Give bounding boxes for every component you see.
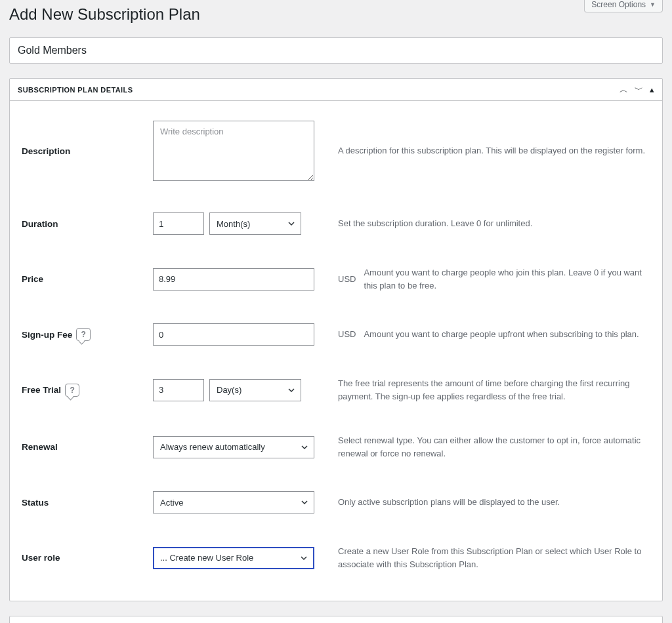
signup-fee-input[interactable]: [153, 323, 314, 346]
chevron-down-icon: [287, 220, 295, 228]
user-role-select[interactable]: ... Create new User Role: [153, 547, 314, 569]
renewal-value: Always renew automatically: [160, 442, 265, 452]
free-trial-label: Free Trial: [22, 385, 61, 395]
help-icon[interactable]: ?: [76, 328, 91, 341]
status-hint: Only active subscription plans will be d…: [338, 496, 560, 509]
duration-unit-value: Month(s): [217, 219, 250, 229]
user-role-label: User role: [22, 553, 153, 563]
price-currency: USD: [338, 273, 356, 286]
move-up-icon[interactable]: ︿: [620, 85, 628, 94]
details-panel: SUBSCRIPTION PLAN DETAILS ︿ ﹀ ▴ Descript…: [9, 78, 663, 601]
page-title: Add New Subscription Plan: [9, 4, 200, 24]
panel-handle-actions: ︿ ﹀ ▴: [620, 85, 654, 94]
free-trial-unit-select[interactable]: Day(s): [209, 379, 301, 401]
signup-fee-currency: USD: [338, 328, 356, 341]
price-label: Price: [22, 274, 153, 284]
move-down-icon[interactable]: ﹀: [635, 85, 643, 94]
renewal-label: Renewal: [22, 442, 153, 452]
renewal-select[interactable]: Always renew automatically: [153, 436, 314, 458]
user-role-value: ... Create new User Role: [160, 553, 253, 563]
publish-panel-header: PUBLISH ︿ ﹀ ▴: [10, 616, 662, 623]
status-value: Active: [160, 498, 183, 508]
duration-hint: Set the subscription duration. Leave 0 f…: [338, 217, 532, 230]
status-label: Status: [22, 498, 153, 508]
duration-label: Duration: [22, 219, 153, 229]
free-trial-hint: The free trial represents the amount of …: [338, 377, 650, 403]
plan-title-input[interactable]: [9, 37, 663, 64]
description-label: Description: [22, 146, 153, 156]
duration-input[interactable]: [153, 212, 204, 235]
description-textarea[interactable]: [153, 121, 314, 181]
help-icon[interactable]: ?: [65, 384, 79, 397]
free-trial-input[interactable]: [153, 379, 204, 401]
screen-options-label: Screen Options: [591, 0, 646, 9]
details-panel-header: SUBSCRIPTION PLAN DETAILS ︿ ﹀ ▴: [10, 79, 662, 101]
user-role-hint: Create a new User Role from this Subscri…: [338, 545, 650, 571]
price-input[interactable]: [153, 268, 314, 291]
details-panel-title: SUBSCRIPTION PLAN DETAILS: [18, 86, 133, 94]
collapse-icon[interactable]: ▴: [650, 85, 654, 94]
chevron-down-icon: [300, 554, 308, 562]
signup-fee-hint: Amount you want to charge people upfront…: [364, 328, 639, 341]
publish-panel: PUBLISH ︿ ﹀ ▴ Save Subscription Delete P…: [9, 616, 663, 623]
chevron-down-icon: [301, 443, 308, 451]
signup-fee-label: Sign-up Fee: [22, 330, 72, 340]
chevron-down-icon: ▼: [650, 1, 656, 8]
chevron-down-icon: [301, 498, 308, 506]
duration-unit-select[interactable]: Month(s): [209, 212, 301, 235]
screen-options-toggle[interactable]: Screen Options ▼: [584, 0, 663, 12]
price-hint: Amount you want to charge people who joi…: [364, 266, 650, 292]
description-hint: A description for this subscription plan…: [338, 144, 645, 157]
free-trial-unit-value: Day(s): [217, 385, 242, 395]
renewal-hint: Select renewal type. You can either allo…: [338, 434, 650, 460]
status-select[interactable]: Active: [153, 491, 314, 513]
chevron-down-icon: [287, 386, 295, 394]
